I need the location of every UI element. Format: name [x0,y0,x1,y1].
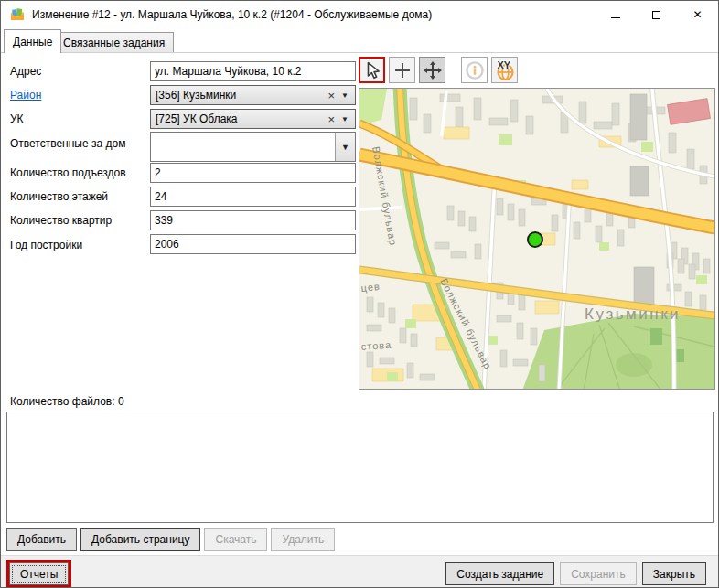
build-year-input[interactable] [150,234,356,254]
close-icon: ✕ [692,9,702,20]
clear-icon[interactable]: × [324,89,341,102]
responsible-combobox[interactable]: ▼ [150,132,356,162]
info-tool [461,57,488,83]
reports-button[interactable]: Отчеты [9,562,69,585]
address-input[interactable] [150,61,356,81]
add-file-button[interactable]: Добавить [6,528,77,551]
district-combobox[interactable]: [356] Кузьминки × ▼ [150,85,356,105]
files-count-label: Количество файлов: 0 [10,395,124,408]
entrances-label: Количество подъездов [10,166,126,179]
map-canvas: Волжский бульвар Волжский бульвар цев ст… [360,89,714,390]
window-title: Изменение #12 - ул. Маршала Чуйкова, 10 … [32,8,432,21]
maximize-button[interactable] [636,1,677,28]
map-toolbar: XY [359,57,521,83]
files-list-area[interactable] [6,412,714,523]
district-value: [356] Кузьминки [151,89,324,102]
save-button: Сохранить [560,562,637,585]
files-buttons: Добавить Добавить страницу Скачать Удали… [6,528,335,551]
pan-move-tool[interactable] [419,57,445,83]
app-envelope-icon [9,6,26,23]
street-label-partial-bottom: стова [360,339,392,352]
address-label: Адрес [10,65,41,78]
add-page-button[interactable]: Добавить страницу [80,528,200,551]
apartments-input[interactable] [150,210,356,230]
responsible-label: Ответственные за дом [10,137,125,150]
district-link[interactable]: Район [10,89,41,102]
download-file-button: Скачать [204,528,267,551]
pan-move-icon [422,59,444,81]
app-window: Изменение #12 - ул. Маршала Чуйкова, 10 … [0,0,719,588]
xy-coordinates-icon: XY [493,59,517,82]
chevron-down-icon[interactable]: ▼ [341,91,355,100]
crosshair-add-icon [392,60,413,80]
svg-text:XY: XY [497,59,510,70]
chevron-down-icon[interactable]: ▼ [341,115,355,123]
maximize-icon [652,11,660,19]
entrances-input[interactable] [150,163,356,183]
close-button[interactable]: ✕ [677,1,718,28]
cursor-select-icon [362,60,382,80]
tab-related-tasks[interactable]: Связанные задания [54,32,174,52]
xy-coordinates-tool[interactable]: XY [491,57,518,83]
uk-value: [725] УК Облака [151,112,324,125]
uk-combobox[interactable]: [725] УК Облака × ▼ [150,109,356,129]
minimize-button[interactable] [595,1,636,28]
reports-button-label: Отчеты [20,568,58,581]
map-panel[interactable]: Волжский бульвар Волжский бульвар цев ст… [359,88,715,390]
floors-label: Количество этажей [10,190,108,203]
footer-bar: Отчеты Создать задание Сохранить Закрыть [1,555,718,587]
uk-label: УК [10,112,24,125]
info-icon [464,59,486,81]
chevron-down-icon[interactable]: ▼ [335,133,355,161]
map-marker[interactable] [528,232,542,247]
apartments-label: Количество квартир [10,214,112,227]
minimize-icon [611,17,620,18]
close-dialog-button[interactable]: Закрыть [642,562,706,585]
tab-strip-border [1,52,718,53]
titlebar: Изменение #12 - ул. Маршала Чуйкова, 10 … [1,1,718,28]
create-task-button[interactable]: Создать задание [445,562,554,585]
window-controls: ✕ [595,1,718,28]
delete-file-button: Удалить [271,528,335,551]
build-year-label: Год постройки [10,239,82,251]
cursor-select-tool[interactable] [359,57,385,83]
tab-data[interactable]: Данные [4,29,61,53]
district-label-kuzminki: Кузьминки [585,305,681,323]
street-label-partial-top: цев [360,281,381,294]
footer-right-buttons: Создать задание Сохранить Закрыть [445,562,706,585]
responsible-value [151,133,335,161]
floors-input[interactable] [150,187,356,207]
clear-icon[interactable]: × [324,112,341,126]
crosshair-add-tool[interactable] [389,57,415,83]
